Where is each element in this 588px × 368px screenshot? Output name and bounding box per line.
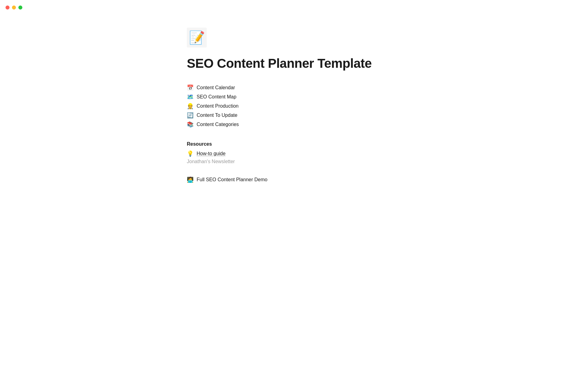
lightbulb-icon: 💡 bbox=[187, 150, 194, 157]
nav-label-seo-content-map: SEO Content Map bbox=[197, 94, 236, 100]
main-content: 📝 SEO Content Planner Template 📅 Content… bbox=[0, 0, 588, 368]
nav-label-content-categories: Content Categories bbox=[197, 122, 239, 127]
nav-list: 📅 Content Calendar 🗺️ SEO Content Map 👷 … bbox=[187, 83, 401, 129]
nav-label-content-to-update: Content To Update bbox=[197, 113, 237, 118]
nav-label-content-production: Content Production bbox=[197, 103, 239, 109]
nav-item-content-calendar[interactable]: 📅 Content Calendar bbox=[187, 83, 401, 92]
demo-item[interactable]: 🧑‍💻 Full SEO Content Planner Demo bbox=[187, 175, 401, 184]
update-icon: 🔄 bbox=[187, 112, 194, 119]
traffic-lights bbox=[6, 6, 22, 10]
demo-label: Full SEO Content Planner Demo bbox=[197, 177, 267, 182]
page-container: 📝 SEO Content Planner Template 📅 Content… bbox=[187, 28, 401, 368]
demo-section: 🧑‍💻 Full SEO Content Planner Demo bbox=[187, 175, 401, 184]
howto-guide-link[interactable]: 💡 How-to guide bbox=[187, 149, 401, 158]
nav-item-content-to-update[interactable]: 🔄 Content To Update bbox=[187, 111, 401, 120]
cover-icon: 📝 bbox=[187, 28, 207, 48]
minimize-button[interactable] bbox=[12, 6, 16, 10]
production-icon: 👷 bbox=[187, 103, 194, 109]
categories-icon: 📚 bbox=[187, 121, 194, 128]
calendar-icon: 📅 bbox=[187, 84, 194, 91]
newsletter-label: Jonathan's Newsletter bbox=[187, 159, 235, 164]
map-icon: 🗺️ bbox=[187, 94, 194, 100]
close-button[interactable] bbox=[6, 6, 9, 10]
nav-item-seo-content-map[interactable]: 🗺️ SEO Content Map bbox=[187, 92, 401, 102]
nav-item-content-categories[interactable]: 📚 Content Categories bbox=[187, 120, 401, 129]
nav-item-content-production[interactable]: 👷 Content Production bbox=[187, 102, 401, 111]
resources-section: Resources 💡 How-to guide Jonathan's News… bbox=[187, 141, 401, 165]
howto-guide-label: How-to guide bbox=[197, 151, 225, 156]
demo-icon: 🧑‍💻 bbox=[187, 176, 194, 183]
resources-heading: Resources bbox=[187, 141, 401, 147]
page-title: SEO Content Planner Template bbox=[187, 56, 401, 71]
nav-label-content-calendar: Content Calendar bbox=[197, 85, 235, 90]
newsletter-text: Jonathan's Newsletter bbox=[187, 158, 401, 165]
maximize-button[interactable] bbox=[18, 6, 22, 10]
